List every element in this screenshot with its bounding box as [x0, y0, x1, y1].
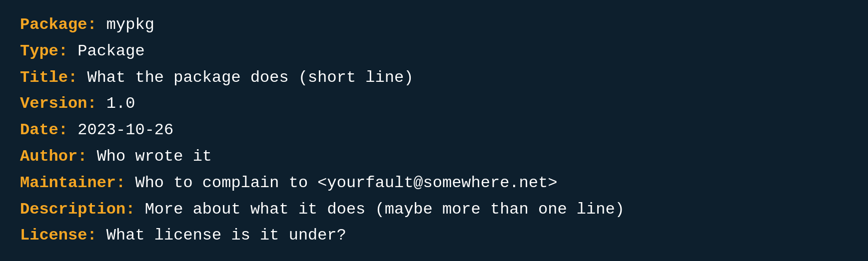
- line-value: Who wrote it: [87, 144, 212, 170]
- terminal-line: Type: Package: [20, 38, 848, 65]
- line-key: Type:: [20, 38, 68, 65]
- line-key: Package:: [20, 12, 97, 38]
- line-key: Title:: [20, 65, 77, 91]
- line-value: More about what it does (maybe more than…: [135, 197, 624, 223]
- terminal-line: Description: More about what it does (ma…: [20, 197, 848, 223]
- line-value: 2023-10-26: [68, 117, 173, 144]
- line-key: Maintainer:: [20, 170, 125, 197]
- terminal-line: Date: 2023-10-26: [20, 117, 848, 144]
- terminal-line: Author: Who wrote it: [20, 144, 848, 170]
- terminal-line: License: What license is it under?: [20, 223, 848, 249]
- line-key: License:: [20, 223, 97, 249]
- line-value: 1.0: [97, 91, 135, 117]
- line-value: mypkg: [97, 12, 154, 38]
- line-value: What license is it under?: [97, 223, 346, 249]
- line-key: Date:: [20, 117, 68, 144]
- terminal-line: Maintainer: Who to complain to <yourfaul…: [20, 170, 848, 197]
- terminal-line: Version: 1.0: [20, 91, 848, 117]
- line-value: What the package does (short line): [77, 65, 413, 91]
- line-key: Author:: [20, 144, 87, 170]
- line-key: Version:: [20, 91, 97, 117]
- terminal-line: Package: mypkg: [20, 12, 848, 38]
- terminal-line: Title: What the package does (short line…: [20, 65, 848, 91]
- terminal-window: Package: mypkgType: PackageTitle: What t…: [0, 0, 868, 261]
- line-key: Description:: [20, 197, 135, 223]
- line-value: Package: [68, 38, 145, 65]
- line-value: Who to complain to <yourfault@somewhere.…: [125, 170, 557, 197]
